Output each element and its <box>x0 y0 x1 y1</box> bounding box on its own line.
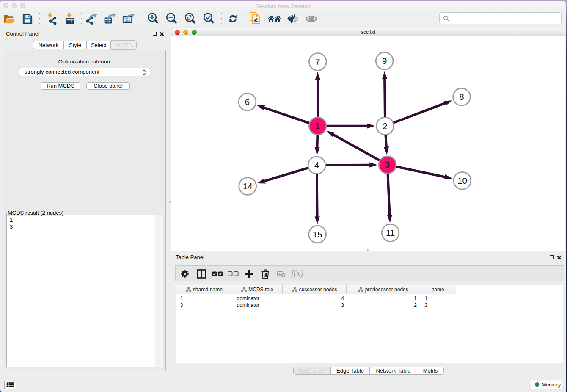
svg-text:11: 11 <box>386 228 395 237</box>
svg-text:2: 2 <box>383 121 387 130</box>
svg-text:8: 8 <box>459 91 464 101</box>
svg-text:3: 3 <box>385 160 390 169</box>
svg-text:10: 10 <box>457 175 467 185</box>
svg-text:4: 4 <box>314 160 319 170</box>
svg-text:1: 1 <box>315 121 320 130</box>
svg-text:9: 9 <box>382 56 387 66</box>
svg-text:6: 6 <box>245 97 250 106</box>
svg-text:14: 14 <box>243 181 253 191</box>
svg-text:15: 15 <box>313 229 322 239</box>
svg-text:7: 7 <box>315 57 320 66</box>
